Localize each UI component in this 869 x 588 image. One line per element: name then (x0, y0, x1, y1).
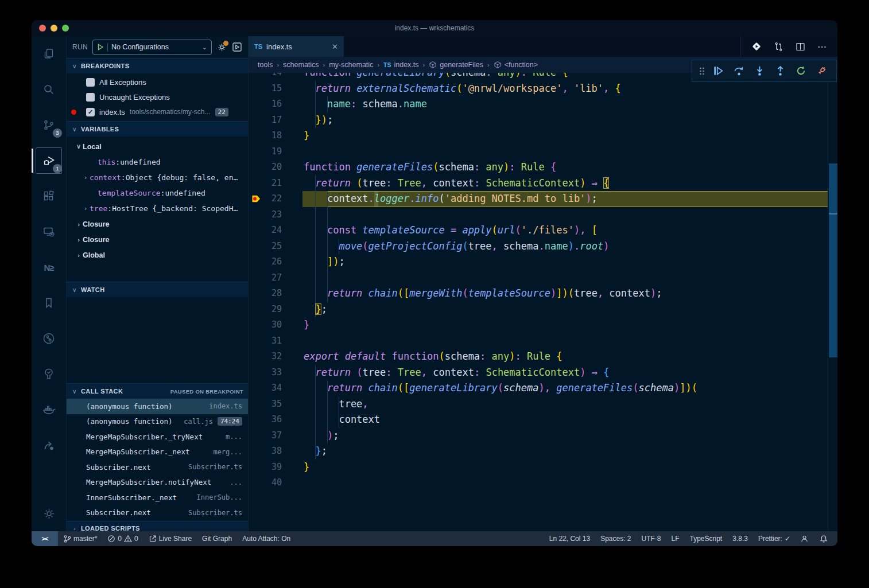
activity-item-explorer[interactable] (32, 36, 66, 72)
more-actions-icon[interactable]: ⋯ (817, 41, 827, 52)
code-line[interactable]: 33return (tree: Tree, context: Schematic… (249, 365, 828, 381)
run-configuration-select[interactable]: No Configurations ⌄ (92, 40, 212, 55)
eol-status[interactable]: LF (666, 531, 685, 546)
open-changes-icon[interactable] (774, 42, 783, 52)
call-stack-frame[interactable]: InnerSubscriber._nextInnerSub... (67, 490, 248, 505)
code-line[interactable]: 18} (249, 128, 828, 144)
activity-item-source-control[interactable]: 3 (32, 107, 66, 143)
step-out-button[interactable] (773, 64, 788, 79)
breakpoints-section-header[interactable]: ∨ BREAKPOINTS (67, 58, 248, 73)
breadcrumb-item[interactable]: generateFiles (429, 61, 483, 69)
code-line[interactable]: 37); (249, 428, 828, 444)
breadcrumb-item[interactable]: schematics (283, 61, 319, 69)
call-stack-frame[interactable]: Subscriber.nextSubscriber.ts (67, 505, 248, 521)
code-line[interactable]: 38}; (249, 443, 828, 460)
typescript-version-status[interactable]: 3.8.3 (727, 531, 753, 546)
git-branch-status[interactable]: master* (58, 531, 102, 546)
code-line[interactable]: 36context (249, 412, 828, 428)
code-line[interactable]: 39} (249, 460, 828, 476)
close-tab-icon[interactable]: ✕ (332, 42, 338, 51)
activity-item-extensions[interactable] (32, 178, 66, 214)
code-line[interactable]: 26]); (249, 254, 828, 270)
step-over-button[interactable] (731, 64, 746, 79)
activity-item-bookmarks[interactable] (32, 285, 66, 321)
code-line[interactable]: 21return (tree: Tree, context: Schematic… (249, 176, 828, 192)
drag-handle-icon[interactable] (699, 67, 705, 76)
variable-row[interactable]: ›context: Object {debug: false, en… (67, 170, 248, 185)
scrollbar-slider[interactable] (829, 163, 837, 357)
call-stack-frame[interactable]: Subscriber.nextSubscriber.ts (67, 460, 248, 475)
code-line[interactable]: 34return chain([generateLibrary(schema),… (249, 380, 828, 396)
variables-scope-row[interactable]: ›Global (67, 247, 248, 263)
activity-item-search[interactable] (32, 72, 66, 107)
variables-section-header[interactable]: ∨ VARIABLES (67, 121, 248, 137)
breadcrumb-item[interactable]: TSindex.ts (383, 61, 419, 69)
code-line[interactable]: 40 (249, 475, 828, 491)
split-editor-icon[interactable] (796, 42, 805, 52)
debug-console-button[interactable] (232, 42, 242, 52)
activity-item-docker[interactable] (32, 392, 66, 427)
activity-item-gitlens[interactable] (32, 321, 66, 356)
code-line[interactable]: 31 (249, 333, 828, 349)
breakpoint-item[interactable]: index.tstools/schematics/my-sch...22 (67, 104, 248, 119)
code-line[interactable]: 17}); (249, 112, 828, 128)
code-line[interactable]: 35tree, (249, 396, 828, 412)
continue-button[interactable] (711, 64, 726, 79)
code-editor[interactable]: 14function generateLibrary(schema: any):… (249, 73, 837, 531)
code-line[interactable]: 25move(getProjectConfig(tree, schema.nam… (249, 239, 828, 255)
code-line[interactable]: 27 (249, 270, 828, 286)
code-line[interactable]: 20function generateFiles(schema: any): R… (249, 159, 828, 176)
activity-item-live-share[interactable] (32, 427, 66, 463)
breakpoint-checkbox[interactable] (86, 93, 95, 102)
step-into-button[interactable] (752, 64, 767, 79)
indentation-status[interactable]: Spaces: 2 (595, 531, 636, 546)
breakpoint-checkbox[interactable] (86, 78, 95, 87)
call-stack-frame[interactable]: MergeMapSubscriber._nextmerg... (67, 445, 248, 460)
code-line[interactable]: 19 (249, 144, 828, 160)
encoding-status[interactable]: UTF-8 (637, 531, 666, 546)
notifications-status[interactable] (814, 531, 833, 546)
variable-row[interactable]: templateSource: undefined (67, 185, 248, 201)
activity-item-nx-console[interactable]: N≥ (32, 250, 66, 285)
gitlens-diamond-icon[interactable] (751, 41, 762, 52)
code-line[interactable]: 28return chain([mergeWith(templateSource… (249, 286, 828, 302)
code-line[interactable]: 30} (249, 317, 828, 333)
activity-item-testing[interactable] (32, 356, 66, 392)
breadcrumb-item[interactable]: my-schematic (329, 61, 373, 69)
activity-item-settings[interactable] (32, 496, 66, 531)
call-stack-frame[interactable]: (anonymous function)call.js74:24 (67, 414, 248, 430)
call-stack-section-header[interactable]: ∨ CALL STACK PAUSED ON BREAKPOINT (67, 383, 248, 399)
git-graph-status[interactable]: Git Graph (197, 531, 237, 546)
variables-scope-row[interactable]: ›Closure (67, 232, 248, 247)
remote-indicator[interactable]: >< (32, 531, 58, 546)
call-stack-frame[interactable]: MergeMapSubscriber.notifyNext... (67, 475, 248, 490)
activity-item-remote-explorer[interactable] (32, 214, 66, 250)
prettier-status[interactable]: Prettier: ✓ (753, 531, 796, 546)
call-stack-frame[interactable]: (anonymous function)index.ts (67, 399, 248, 414)
call-stack-frame[interactable]: MergeMapSubscriber._tryNextm... (67, 429, 248, 445)
activity-item-run-and-debug[interactable]: 1 (32, 143, 66, 178)
breakpoint-checkbox[interactable] (86, 108, 95, 116)
variable-row[interactable]: this: undefined (67, 154, 248, 170)
variables-scope-row[interactable]: ∨Local (67, 139, 248, 154)
breadcrumb-item[interactable]: <function> (494, 61, 538, 69)
variables-scope-row[interactable]: ›Closure (67, 216, 248, 232)
restart-button[interactable] (794, 64, 809, 79)
problems-status[interactable]: 0 0 (102, 531, 143, 546)
language-mode-status[interactable]: TypeScript (685, 531, 728, 546)
variable-row[interactable]: ›tree: HostTree {_backend: ScopedH… (67, 201, 248, 216)
breakpoint-item[interactable]: Uncaught Exceptions (67, 89, 248, 104)
debug-settings-button[interactable] (216, 42, 227, 53)
code-line[interactable]: 16name: schema.name (249, 96, 828, 112)
cursor-position-status[interactable]: Ln 22, Col 13 (544, 531, 595, 546)
feedback-status[interactable] (796, 531, 814, 546)
breakpoint-item[interactable]: All Exceptions (67, 75, 248, 89)
live-share-status[interactable]: Live Share (143, 531, 197, 546)
code-line[interactable]: 29}; (249, 302, 828, 318)
code-line[interactable]: 15return externalSchematic('@nrwl/worksp… (249, 81, 828, 97)
code-line[interactable]: 32export default function(schema: any): … (249, 349, 828, 365)
code-line-current[interactable]: 22context.logger.info('adding NOTES.md t… (249, 191, 828, 207)
tab-index-ts[interactable]: TS index.ts ✕ (249, 36, 344, 57)
disconnect-button[interactable] (814, 64, 829, 79)
code-line[interactable]: 24const templateSource = apply(url('./fi… (249, 223, 828, 239)
